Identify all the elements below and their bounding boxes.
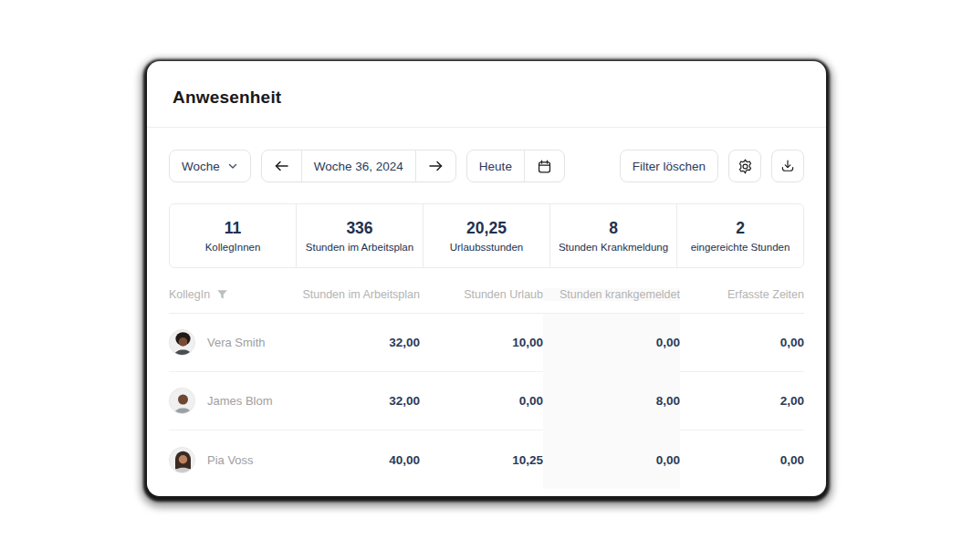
attendance-table: KollegIn Stunden im Arbeitsplan Stunden … [169,288,804,489]
arrow-left-icon [274,160,289,172]
colleague-cell: Vera Smith [169,329,283,356]
stat-label: Stunden Krankmeldung [559,242,668,253]
stat-colleagues: 11 KollegInnen [170,204,296,267]
avatar [169,388,195,414]
stat-value: 8 [609,219,618,238]
stat-value: 20,25 [466,219,507,238]
table-row[interactable]: Pia Voss 40,00 10,25 0,00 0,00 [169,430,804,489]
employee-name: Vera Smith [207,336,266,349]
export-button[interactable] [771,150,804,182]
cell-tracked-hours: 2,00 [680,394,804,408]
table-row[interactable]: Vera Smith 32,00 10,00 0,00 0,00 [169,314,804,372]
cell-planned-hours: 40,00 [283,453,420,467]
prev-week-button[interactable] [262,150,301,181]
stat-value: 2 [736,219,745,238]
stat-label: Urlaubsstunden [450,242,524,253]
column-header-tracked: Erfasste Zeiten [680,288,804,301]
stat-value: 336 [346,219,372,238]
attendance-card: Anwesenheit Woche Woche 36, 202 [147,61,826,496]
cell-sick-hours: 8,00 [543,372,680,430]
stat-planned-hours: 336 Stunden im Arbeitsplan [296,204,423,267]
employee-name: James Blom [207,394,273,408]
next-week-button[interactable] [415,150,455,181]
clear-filter-button[interactable]: Filter löschen [620,150,718,182]
period-select-label: Woche [182,160,220,173]
cell-tracked-hours: 0,00 [680,336,804,349]
table-row[interactable]: James Blom 32,00 0,00 8,00 2,00 [169,372,804,430]
cell-vacation-hours: 10,25 [420,453,543,467]
stat-label: eingereichte Stunden [691,242,790,253]
card-header: Anwesenheit [147,61,826,128]
period-select[interactable]: Woche [169,150,251,182]
calendar-picker-button[interactable] [524,150,564,181]
stat-submitted-hours: 2 eingereichte Stunden [676,204,803,267]
cell-vacation-hours: 10,00 [420,336,543,349]
cell-planned-hours: 32,00 [283,394,420,408]
column-header-colleague[interactable]: KollegIn [169,288,283,301]
cell-tracked-hours: 0,00 [680,453,804,467]
stats-bar: 11 KollegInnen 336 Stunden im Arbeitspla… [169,203,804,268]
avatar [169,447,195,473]
cell-vacation-hours: 0,00 [420,394,543,408]
download-icon [779,158,796,174]
arrow-right-icon [428,160,444,172]
today-button-group: Heute [466,150,565,182]
column-header-sick: Stunden krankgemeldet [543,288,680,301]
week-navigator: Woche 36, 2024 [261,150,456,182]
toolbar: Woche Woche 36, 2024 [169,150,804,182]
avatar [169,329,195,356]
stat-vacation-hours: 20,25 Urlaubsstunden [423,204,549,267]
current-week-label[interactable]: Woche 36, 2024 [301,150,415,181]
today-button[interactable]: Heute [467,150,524,181]
settings-button[interactable] [728,150,761,182]
cell-planned-hours: 32,00 [283,336,420,349]
column-header-planned: Stunden im Arbeitsplan [283,288,420,301]
stat-label: Stunden im Arbeitsplan [306,242,413,253]
page-title: Anwesenheit [173,88,800,108]
stat-sick-hours: 8 Stunden Krankmeldung [549,204,676,267]
stat-label: KollegInnen [205,242,261,253]
calendar-icon [537,159,552,174]
chevron-down-icon [227,161,238,171]
employee-name: Pia Voss [207,453,254,467]
filter-funnel-icon[interactable] [216,289,228,300]
page-background: Anwesenheit Woche Woche 36, 202 [0,0,973,560]
table-header: KollegIn Stunden im Arbeitsplan Stunden … [169,288,804,314]
gear-icon [737,158,754,175]
colleague-cell: James Blom [169,388,283,414]
cell-sick-hours: 0,00 [543,314,680,372]
colleague-cell: Pia Voss [169,447,283,473]
column-header-vacation: Stunden Urlaub [420,288,543,301]
cell-sick-hours: 0,00 [543,430,680,489]
stat-value: 11 [225,219,242,238]
